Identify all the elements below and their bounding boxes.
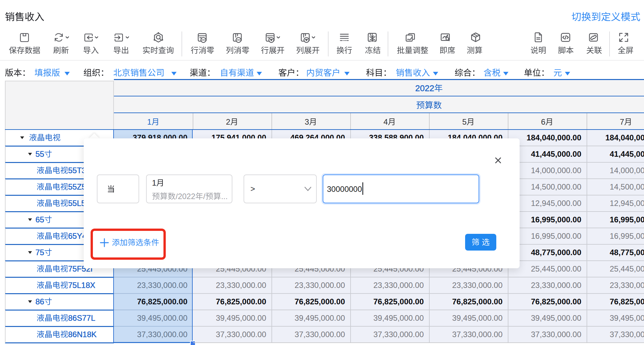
svg-text:/2022: /2022 xyxy=(176,192,195,201)
svg-text:>: > xyxy=(250,184,255,193)
svg-text:/: / xyxy=(203,192,205,201)
svg-text:1: 1 xyxy=(152,178,156,187)
svg-text:...: ... xyxy=(221,192,228,201)
svg-text:30000000: 30000000 xyxy=(327,185,362,193)
